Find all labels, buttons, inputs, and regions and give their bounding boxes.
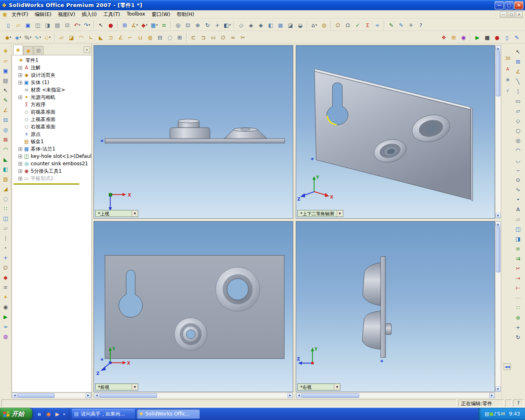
check-icon[interactable]: ✓ xyxy=(353,21,362,30)
sketch-icon[interactable]: ✎ xyxy=(387,21,396,30)
construction-geometry-icon[interactable]: ⋯ xyxy=(514,293,523,302)
start-button[interactable]: 开始 xyxy=(0,408,32,420)
scroll-up-button[interactable]: ▲ xyxy=(495,221,501,227)
antivirus-icon[interactable]: ● xyxy=(489,411,493,417)
dropdown-arrow[interactable]: ▾ xyxy=(156,23,158,27)
shaded-icon[interactable]: ■ xyxy=(276,21,285,30)
zoom-to-area-icon[interactable]: ⊡ xyxy=(183,21,192,30)
tree-item-design-binder[interactable]: +◆设计活页夹 xyxy=(12,71,91,79)
view-selector-dropdown-arrow[interactable]: ▼ xyxy=(132,210,138,217)
reference-axis-icon[interactable]: | xyxy=(1,233,10,242)
isometric-view-canvas[interactable]: * Y X Z xyxy=(296,46,495,218)
parallelogram-tool-icon[interactable]: ▱ xyxy=(514,106,523,115)
print-preview-icon[interactable]: ⊡ xyxy=(63,21,72,30)
select-tool-icon[interactable]: ↖ xyxy=(1,86,10,95)
minimize-button[interactable]: — xyxy=(495,1,504,9)
features-icon[interactable]: ◆▾ xyxy=(4,33,13,42)
dimension-standard-icon[interactable]: 30 xyxy=(503,54,512,63)
input-method-icon[interactable]: ▤ xyxy=(484,411,489,417)
reference-point-icon[interactable]: • xyxy=(1,243,10,252)
chamfer-tool-icon[interactable]: ◣ xyxy=(1,155,10,164)
menu-toolbox[interactable]: Toolbox xyxy=(123,10,148,19)
expander-icon[interactable]: + xyxy=(18,177,22,180)
make-assembly-icon[interactable]: ◨ xyxy=(43,21,52,30)
fillet-tool-icon[interactable]: ◠ xyxy=(1,145,10,154)
save-doc-icon[interactable]: ▣ xyxy=(1,66,10,75)
zoom-to-fit-icon[interactable]: ◎ xyxy=(173,21,183,30)
sketch-tool-icon[interactable]: ✎ xyxy=(1,96,10,105)
rollback-bar[interactable] xyxy=(14,183,79,185)
menu-view[interactable]: 视图(V) xyxy=(55,10,79,19)
simulation-tool-icon[interactable]: ≈ xyxy=(1,322,10,331)
view-orientation-selector[interactable]: *前视 ▼ xyxy=(95,383,138,390)
top-view-canvas[interactable]: * X Z xyxy=(94,46,293,218)
menu-edit[interactable]: 编辑(E) xyxy=(32,10,55,19)
expander-icon[interactable]: + xyxy=(18,96,22,99)
polygon-tool-icon[interactable]: ◇ xyxy=(514,116,523,125)
text-tool-icon[interactable]: A xyxy=(514,205,523,214)
network-icon[interactable]: ⇅ xyxy=(497,411,501,417)
scrollbar-thumb[interactable] xyxy=(496,51,500,96)
scrollbar-thumb[interactable] xyxy=(496,227,500,272)
close-button[interactable]: × xyxy=(514,1,523,9)
perimeter-circle-tool-icon[interactable]: ◎ xyxy=(514,136,523,145)
extend-entities-icon[interactable]: → xyxy=(514,274,523,283)
section-view-icon[interactable]: ◒ xyxy=(296,21,305,30)
hidden-lines-visible-icon[interactable]: ◈ xyxy=(247,21,256,30)
lofted-bend-icon[interactable]: ◠ xyxy=(77,33,86,42)
viewport-top-view[interactable]: * X Z *上视 ▼ xyxy=(94,45,293,219)
media-player-icon[interactable]: ▶ xyxy=(54,410,61,418)
open-document-icon[interactable]: ▱ xyxy=(14,21,23,30)
scrollbar-thumb[interactable] xyxy=(302,393,359,398)
linear-sketch-pattern-icon[interactable]: ∷ xyxy=(514,303,523,312)
view-selector-dropdown-arrow[interactable]: ▼ xyxy=(132,384,138,390)
insert-bends-icon[interactable]: ≈ xyxy=(228,33,237,42)
camera-tool-icon[interactable]: ◉ xyxy=(1,302,10,311)
title-bar[interactable]: ❖ SolidWorks Office Premium 2007 - [零件1 … xyxy=(0,0,525,10)
jog-icon[interactable]: ∠ xyxy=(116,33,125,42)
record-macro-icon[interactable]: ● xyxy=(493,33,502,42)
smart-dimension-icon[interactable]: ∠ xyxy=(514,67,523,76)
dropdown-arrow[interactable]: ▾ xyxy=(146,23,148,27)
scroll-left-button[interactable]: ◀ xyxy=(12,393,17,398)
3d-sketch-icon[interactable]: ✎ xyxy=(397,21,406,30)
tree-item-equations[interactable]: Σ方程序 xyxy=(12,101,91,108)
right-view-canvas[interactable]: * Y Z xyxy=(296,221,495,392)
line-tool-icon[interactable]: ╲ xyxy=(514,77,523,86)
top-viewport-vscrollbar[interactable]: ▲ ▼ xyxy=(495,45,501,219)
centerline-tool-icon[interactable]: ¦ xyxy=(514,87,523,96)
note-annotation-icon[interactable]: A xyxy=(503,65,512,74)
scroll-down-button[interactable]: ▼ xyxy=(495,213,501,218)
no-bends-icon[interactable]: ∅ xyxy=(219,33,228,42)
dimension-style-icon[interactable]: ∡▾ xyxy=(130,21,139,30)
configuration-manager-tab[interactable]: ⊞ xyxy=(34,46,43,55)
circle-tool-icon[interactable]: ○ xyxy=(514,126,523,135)
wireframe-icon[interactable]: ◇ xyxy=(237,21,246,30)
countersink-profile-top[interactable] xyxy=(363,263,381,306)
new-part-icon[interactable]: ❖ xyxy=(1,46,10,55)
viewport-isometric-view[interactable]: * Y X Z *上下二等角轴测 ▼ xyxy=(296,45,495,219)
dropdown-arrow[interactable]: ▾ xyxy=(30,36,32,39)
shadows-in-shaded-mode-icon[interactable]: ◪ xyxy=(286,21,295,30)
run-macro-icon[interactable]: ▶ xyxy=(473,33,482,42)
front-view-canvas[interactable]: * Y X Z xyxy=(94,221,293,392)
mirror-feature-icon[interactable]: ◫ xyxy=(1,214,10,223)
undo-icon[interactable]: ↶▾ xyxy=(73,21,82,30)
lights-tool-icon[interactable]: ✦ xyxy=(1,292,10,301)
expander-icon[interactable]: + xyxy=(18,162,22,166)
edit-macro-icon[interactable]: ✎ xyxy=(512,33,521,42)
view-selector-dropdown-arrow[interactable]: ▼ xyxy=(337,210,343,217)
print-doc-icon[interactable]: ▤ xyxy=(1,76,10,85)
tree-item-top-plane[interactable]: ◇上视基准面 xyxy=(12,116,91,123)
surface-finish-icon[interactable]: √ xyxy=(503,86,512,95)
options-icon[interactable]: ✳ xyxy=(406,21,415,30)
expander-icon[interactable]: + xyxy=(18,169,22,173)
render-tool-icon[interactable]: ◍ xyxy=(1,332,10,341)
select-sketch-icon[interactable]: ↖ xyxy=(514,47,523,56)
bottom-viewport-vscrollbar[interactable]: ▲ ▼ xyxy=(495,221,501,392)
point-tool-icon[interactable]: • xyxy=(514,195,523,204)
flatten-icon[interactable]: ▭ xyxy=(209,33,218,42)
scroll-right-button[interactable]: ▶ xyxy=(489,393,495,398)
mirror-entities-icon[interactable]: ◫ xyxy=(514,224,523,233)
scrollbar-thumb[interactable] xyxy=(100,393,157,398)
